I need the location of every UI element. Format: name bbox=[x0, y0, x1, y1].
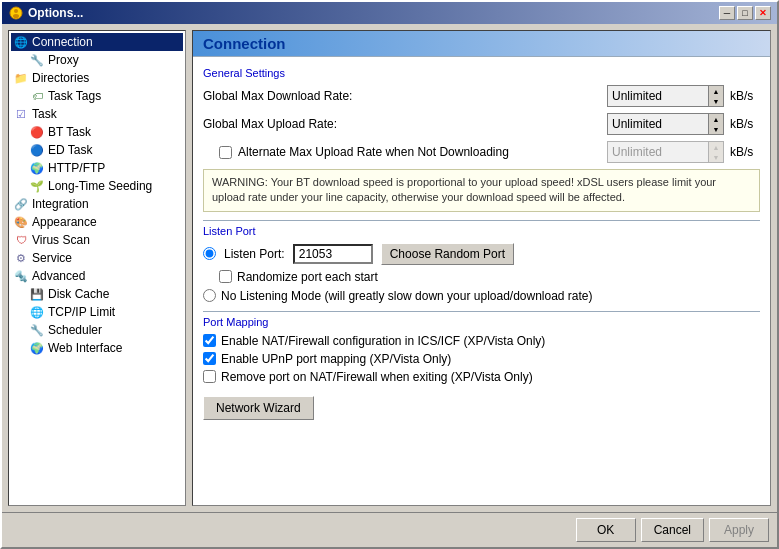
remove-port-row: Remove port on NAT/Firewall when exiting… bbox=[203, 370, 760, 384]
sidebar-item-long-time-seeding[interactable]: 🌱 Long-Time Seeding bbox=[11, 177, 183, 195]
no-listening-label: No Listening Mode (will greatly slow dow… bbox=[221, 289, 593, 303]
close-button[interactable]: ✕ bbox=[755, 6, 771, 20]
alternate-rate-down-btn[interactable]: ▼ bbox=[709, 152, 723, 162]
download-rate-unit: kB/s bbox=[730, 89, 760, 103]
alternate-rate-checkbox[interactable] bbox=[219, 146, 232, 159]
appearance-icon: 🎨 bbox=[13, 214, 29, 230]
minimize-button[interactable]: ─ bbox=[719, 6, 735, 20]
upnp-row: Enable UPnP port mapping (XP/Vista Only) bbox=[203, 352, 760, 366]
sidebar-item-tcp-ip-limit[interactable]: 🌐 TCP/IP Limit bbox=[11, 303, 183, 321]
sidebar-label-appearance: Appearance bbox=[32, 215, 97, 229]
scheduler-icon: 🔧 bbox=[29, 322, 45, 338]
randomize-port-checkbox[interactable] bbox=[219, 270, 232, 283]
window-title: Options... bbox=[28, 6, 83, 20]
upload-rate-input[interactable] bbox=[608, 114, 708, 134]
sidebar-item-ed-task[interactable]: 🔵 ED Task bbox=[11, 141, 183, 159]
disk-cache-icon: 💾 bbox=[29, 286, 45, 302]
randomize-port-row: Randomize port each start bbox=[219, 270, 760, 284]
sidebar-label-tcp-ip-limit: TCP/IP Limit bbox=[48, 305, 115, 319]
upnp-checkbox[interactable] bbox=[203, 352, 216, 365]
sidebar-item-appearance[interactable]: 🎨 Appearance bbox=[11, 213, 183, 231]
remove-port-label: Remove port on NAT/Firewall when exiting… bbox=[221, 370, 533, 384]
cancel-button[interactable]: Cancel bbox=[641, 518, 704, 542]
connection-icon: 🌐 bbox=[13, 34, 29, 50]
sidebar-item-http-ftp[interactable]: 🌍 HTTP/FTP bbox=[11, 159, 183, 177]
choose-random-port-button[interactable]: Choose Random Port bbox=[381, 243, 514, 265]
download-rate-input[interactable] bbox=[608, 86, 708, 106]
sidebar-item-virus-scan[interactable]: 🛡 Virus Scan bbox=[11, 231, 183, 249]
options-window: Options... ─ □ ✕ 🌐 Connection 🔧 Proxy bbox=[0, 0, 779, 549]
virus-scan-icon: 🛡 bbox=[13, 232, 29, 248]
sidebar: 🌐 Connection 🔧 Proxy 📁 Directories 🏷 Tas… bbox=[8, 30, 186, 506]
task-icon: ☑ bbox=[13, 106, 29, 122]
apply-button[interactable]: Apply bbox=[709, 518, 769, 542]
task-tags-icon: 🏷 bbox=[29, 88, 45, 104]
sidebar-label-http-ftp: HTTP/FTP bbox=[48, 161, 105, 175]
http-ftp-icon: 🌍 bbox=[29, 160, 45, 176]
alternate-rate-row: Alternate Max Upload Rate when Not Downl… bbox=[219, 141, 760, 163]
no-listening-radio[interactable] bbox=[203, 289, 216, 302]
sidebar-item-disk-cache[interactable]: 💾 Disk Cache bbox=[11, 285, 183, 303]
tcp-ip-limit-icon: 🌐 bbox=[29, 304, 45, 320]
randomize-port-label: Randomize port each start bbox=[237, 270, 378, 284]
alternate-rate-input[interactable] bbox=[608, 142, 708, 162]
window-footer: OK Cancel Apply bbox=[2, 512, 777, 547]
sidebar-item-task-tags[interactable]: 🏷 Task Tags bbox=[11, 87, 183, 105]
warning-text: WARNING: Your BT download speed is propo… bbox=[212, 176, 716, 203]
listen-port-field-label: Listen Port: bbox=[224, 247, 285, 261]
sidebar-item-advanced[interactable]: 🔩 Advanced bbox=[11, 267, 183, 285]
upload-rate-unit: kB/s bbox=[730, 117, 760, 131]
listen-port-section-label: Listen Port bbox=[203, 225, 760, 237]
sidebar-label-ed-task: ED Task bbox=[48, 143, 92, 157]
nat-firewall-checkbox[interactable] bbox=[203, 334, 216, 347]
proxy-icon: 🔧 bbox=[29, 52, 45, 68]
sidebar-item-service[interactable]: ⚙ Service bbox=[11, 249, 183, 267]
web-interface-icon: 🌍 bbox=[29, 340, 45, 356]
sidebar-item-integration[interactable]: 🔗 Integration bbox=[11, 195, 183, 213]
upload-rate-spinbox: ▲ ▼ bbox=[607, 113, 724, 135]
integration-icon: 🔗 bbox=[13, 196, 29, 212]
sidebar-label-web-interface: Web Interface bbox=[48, 341, 122, 355]
sidebar-label-integration: Integration bbox=[32, 197, 89, 211]
sidebar-item-directories[interactable]: 📁 Directories bbox=[11, 69, 183, 87]
ok-button[interactable]: OK bbox=[576, 518, 636, 542]
upload-rate-label: Global Max Upload Rate: bbox=[203, 117, 383, 131]
sidebar-item-proxy[interactable]: 🔧 Proxy bbox=[11, 51, 183, 69]
network-wizard-button[interactable]: Network Wizard bbox=[203, 396, 314, 420]
sidebar-item-scheduler[interactable]: 🔧 Scheduler bbox=[11, 321, 183, 339]
bt-task-icon: 🔴 bbox=[29, 124, 45, 140]
alternate-rate-spinbox: ▲ ▼ bbox=[607, 141, 724, 163]
remove-port-checkbox[interactable] bbox=[203, 370, 216, 383]
listen-port-input[interactable] bbox=[293, 244, 373, 264]
sidebar-item-web-interface[interactable]: 🌍 Web Interface bbox=[11, 339, 183, 357]
sidebar-item-task[interactable]: ☑ Task bbox=[11, 105, 183, 123]
sidebar-item-bt-task[interactable]: 🔴 BT Task bbox=[11, 123, 183, 141]
sidebar-label-disk-cache: Disk Cache bbox=[48, 287, 109, 301]
nat-firewall-row: Enable NAT/Firewall configuration in ICS… bbox=[203, 334, 760, 348]
download-rate-up-btn[interactable]: ▲ bbox=[709, 86, 723, 96]
content-title: Connection bbox=[193, 31, 770, 57]
download-rate-label: Global Max Download Rate: bbox=[203, 89, 383, 103]
sidebar-label-scheduler: Scheduler bbox=[48, 323, 102, 337]
divider-listen-port bbox=[203, 220, 760, 221]
listen-port-radio[interactable] bbox=[203, 247, 216, 260]
alternate-rate-label: Alternate Max Upload Rate when Not Downl… bbox=[238, 145, 601, 159]
upload-rate-down-btn[interactable]: ▼ bbox=[709, 124, 723, 134]
no-listening-row: No Listening Mode (will greatly slow dow… bbox=[203, 289, 760, 303]
warning-box: WARNING: Your BT download speed is propo… bbox=[203, 169, 760, 212]
maximize-button[interactable]: □ bbox=[737, 6, 753, 20]
sidebar-label-task-tags: Task Tags bbox=[48, 89, 101, 103]
upnp-label: Enable UPnP port mapping (XP/Vista Only) bbox=[221, 352, 451, 366]
sidebar-label-bt-task: BT Task bbox=[48, 125, 91, 139]
sidebar-item-connection[interactable]: 🌐 Connection bbox=[11, 33, 183, 51]
content-body: General Settings Global Max Download Rat… bbox=[193, 57, 770, 505]
upload-rate-up-btn[interactable]: ▲ bbox=[709, 114, 723, 124]
download-rate-spinbox: ▲ ▼ bbox=[607, 85, 724, 107]
service-icon: ⚙ bbox=[13, 250, 29, 266]
sidebar-label-advanced: Advanced bbox=[32, 269, 85, 283]
title-bar: Options... ─ □ ✕ bbox=[2, 2, 777, 24]
download-rate-down-btn[interactable]: ▼ bbox=[709, 96, 723, 106]
directories-icon: 📁 bbox=[13, 70, 29, 86]
port-mapping-section-label: Port Mapping bbox=[203, 316, 760, 328]
alternate-rate-up-btn[interactable]: ▲ bbox=[709, 142, 723, 152]
